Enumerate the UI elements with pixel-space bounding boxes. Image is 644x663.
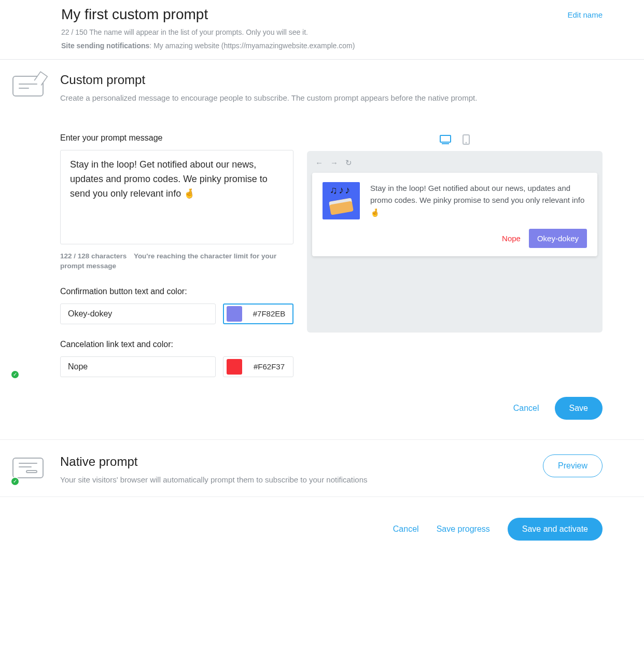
svg-point-3 <box>466 143 467 143</box>
preview-message: Stay in the loop! Get notified about our… <box>370 182 587 219</box>
forward-icon: → <box>330 158 338 168</box>
back-icon: ← <box>315 158 323 168</box>
device-tabs <box>307 133 603 146</box>
native-prompt-desc: Your site visitors' browser will automat… <box>60 475 368 484</box>
reload-icon: ↻ <box>345 158 352 168</box>
name-counter: 22 / 150 <box>61 28 88 36</box>
prompt-message-input[interactable] <box>60 150 293 244</box>
site-sending-row: Site sending notifications: My amazing w… <box>61 42 603 50</box>
custom-prompt-title: Custom prompt <box>60 73 603 87</box>
desktop-tab-icon[interactable] <box>440 135 451 144</box>
footer-cancel-button[interactable]: Cancel <box>393 524 419 534</box>
preview-image-icon <box>323 182 360 219</box>
native-prompt-title: Native prompt <box>60 454 368 469</box>
site-sending-label: Site sending notifications <box>61 42 149 50</box>
name-counter-hint: 22 / 150 The name will appear in the lis… <box>61 28 603 36</box>
confirm-color-swatch <box>227 306 242 322</box>
custom-prompt-section-icon: ✓ <box>12 73 49 377</box>
site-sending-value: : My amazing website (https://myamazingw… <box>149 42 355 50</box>
preview-frame: ← → ↻ Stay in the loop! Get notified abo… <box>307 151 603 333</box>
mobile-tab-icon[interactable] <box>463 134 470 145</box>
cancel-text-input[interactable] <box>60 356 216 377</box>
preview-confirm-button: Okey-dokey <box>529 229 587 248</box>
check-badge-icon: ✓ <box>10 370 20 379</box>
cancel-color-input[interactable]: #F62F37 <box>223 356 293 377</box>
custom-prompt-desc: Create a personalized message to encoura… <box>60 93 603 102</box>
name-hint: The name will appear in the list of your… <box>89 28 308 36</box>
edit-name-link[interactable]: Edit name <box>567 10 603 19</box>
cancel-link-label: Cancelation link text and color: <box>60 340 293 349</box>
confirm-color-hex: #7F82EB <box>248 309 290 318</box>
preview-cancel-link: Nope <box>502 234 521 243</box>
prompt-message-label: Enter your prompt message <box>60 133 293 143</box>
cancel-color-swatch <box>227 359 242 375</box>
preview-button[interactable]: Preview <box>543 454 603 477</box>
prompt-message-count: 122 / 128 characters <box>60 252 127 260</box>
save-and-activate-button[interactable]: Save and activate <box>508 518 603 541</box>
cancel-color-hex: #F62F37 <box>248 362 290 371</box>
preview-card: Stay in the loop! Get notified about our… <box>312 173 597 256</box>
confirm-button-label: Confirmation button text and color: <box>60 287 293 296</box>
confirm-color-input[interactable]: #7F82EB <box>223 303 293 324</box>
native-prompt-section-icon: ✓ <box>12 454 49 484</box>
save-button[interactable]: Save <box>555 397 603 420</box>
page-title: My first custom prompt <box>61 6 208 23</box>
cancel-button[interactable]: Cancel <box>513 404 539 413</box>
save-progress-button[interactable]: Save progress <box>437 524 490 534</box>
confirm-text-input[interactable] <box>60 303 216 324</box>
svg-rect-0 <box>440 135 451 142</box>
check-badge-icon: ✓ <box>10 477 20 486</box>
